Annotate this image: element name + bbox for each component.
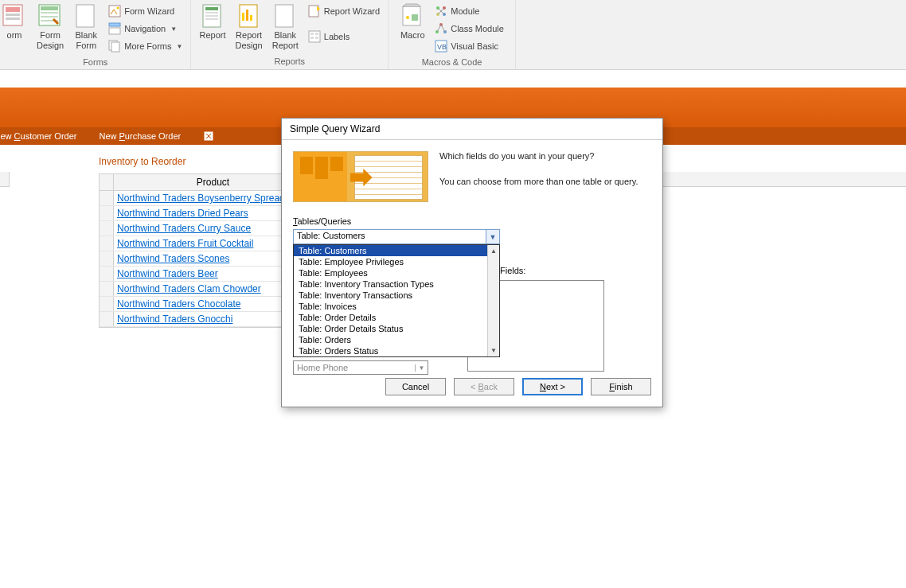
module-button[interactable]: Module xyxy=(435,5,504,18)
form-wizard-label: Form Wizard xyxy=(124,6,174,16)
product-link[interactable]: Northwind Traders Dried Pears xyxy=(117,208,248,219)
blank-report-button[interactable]: Blank Report xyxy=(268,2,303,53)
svg-rect-30 xyxy=(310,37,314,39)
chevron-down-icon[interactable]: ▼ xyxy=(486,230,499,243)
tables-queries-combo[interactable]: Table: Customers ▼ xyxy=(293,229,500,244)
row-selector[interactable] xyxy=(100,282,114,296)
cancel-button[interactable]: Cancel xyxy=(385,378,446,395)
wizard-illustration xyxy=(293,151,428,202)
finish-button[interactable]: Finish xyxy=(591,378,651,395)
blank-form-button[interactable]: Blank Form xyxy=(68,2,103,53)
report-design-label: Report Design xyxy=(235,30,262,51)
svg-rect-2 xyxy=(6,14,20,16)
more-forms-button[interactable]: More Forms ▼ xyxy=(108,40,182,53)
product-link[interactable]: Northwind Traders Scones xyxy=(117,253,229,264)
form-button[interactable]: orm xyxy=(0,2,32,42)
row-selector[interactable] xyxy=(100,206,114,220)
form-wizard-button[interactable]: Form Wizard xyxy=(108,5,182,18)
dropdown-option[interactable]: Table: Customers xyxy=(294,245,499,256)
svg-line-45 xyxy=(441,25,445,32)
visual-basic-icon: VB xyxy=(435,40,447,53)
available-fields-combo-hidden[interactable]: Home Phone ▼ xyxy=(293,360,428,375)
product-link[interactable]: Northwind Traders Curry Sauce xyxy=(117,223,251,234)
chevron-down-icon: ▼ xyxy=(170,25,177,33)
more-forms-icon xyxy=(108,40,121,53)
dropdown-option[interactable]: Table: Order Details Status xyxy=(294,323,499,334)
module-label: Module xyxy=(451,6,479,16)
macro-button[interactable]: Macro xyxy=(395,2,430,42)
form-wizard-icon xyxy=(108,5,121,18)
svg-point-11 xyxy=(117,7,119,10)
dropdown-option[interactable]: Table: Employees xyxy=(294,267,499,278)
refresh-icon[interactable] xyxy=(203,130,214,142)
visual-basic-button[interactable]: VB Visual Basic xyxy=(435,40,504,53)
svg-rect-13 xyxy=(109,28,120,34)
next-button[interactable]: Next > xyxy=(522,378,583,395)
scroll-up-icon[interactable]: ▲ xyxy=(488,245,499,257)
svg-rect-15 xyxy=(111,42,119,52)
row-selector[interactable] xyxy=(100,297,114,311)
dropdown-option[interactable]: Table: Orders Status xyxy=(294,345,499,356)
navigation-label: Navigation xyxy=(124,24,166,33)
report-design-button[interactable]: Report Design xyxy=(230,2,267,53)
navigation-button[interactable]: Navigation ▼ xyxy=(108,22,182,35)
labels-button[interactable]: Labels xyxy=(308,30,380,43)
product-link[interactable]: Northwind Traders Gnocchi xyxy=(117,313,232,325)
dropdown-option[interactable]: Table: Inventory Transaction Types xyxy=(294,278,499,290)
tables-queries-dropdown[interactable]: Table: CustomersTable: Employee Privileg… xyxy=(293,244,500,357)
blank-report-label: Blank Report xyxy=(272,30,299,51)
svg-point-33 xyxy=(406,16,409,19)
form-icon xyxy=(2,3,27,29)
svg-rect-3 xyxy=(6,18,20,20)
labels-label: Labels xyxy=(324,32,350,41)
row-selector-header[interactable] xyxy=(100,174,114,190)
form-label: orm xyxy=(7,30,22,41)
row-selector[interactable] xyxy=(100,251,114,266)
class-module-button[interactable]: Class Module xyxy=(435,22,504,35)
product-link[interactable]: Northwind Traders Clam Chowder xyxy=(117,283,261,294)
report-wizard-button[interactable]: Report Wizard xyxy=(308,5,380,18)
row-selector[interactable] xyxy=(100,312,114,326)
svg-rect-23 xyxy=(246,10,248,21)
product-link[interactable]: Northwind Traders Chocolate xyxy=(117,298,240,310)
report-button[interactable]: Report xyxy=(194,2,230,42)
svg-rect-31 xyxy=(315,37,318,39)
scroll-down-icon[interactable]: ▼ xyxy=(488,345,499,356)
row-selector[interactable] xyxy=(100,267,114,281)
form-design-label: Form Design xyxy=(37,30,64,51)
wizard-prompt-1: Which fields do you want in your query? xyxy=(439,151,651,161)
reports-group-label: Reports xyxy=(194,55,385,69)
wizard-prompt-2: You can choose from more than one table … xyxy=(439,177,651,186)
more-forms-label: More Forms xyxy=(124,41,171,51)
product-link[interactable]: Northwind Traders Fruit Cocktail xyxy=(117,238,253,249)
dropdown-option[interactable]: Table: Orders xyxy=(294,334,499,345)
scrollbar[interactable]: ▲ ▼ xyxy=(487,245,499,356)
navigation-icon xyxy=(108,22,121,35)
blank-report-icon xyxy=(272,3,298,29)
svg-rect-25 xyxy=(275,5,293,27)
product-link[interactable]: Northwind Traders Boysenberry Spread xyxy=(117,193,285,204)
svg-rect-22 xyxy=(242,13,244,21)
row-selector[interactable] xyxy=(100,191,114,205)
row-selector[interactable] xyxy=(100,236,114,251)
chevron-down-icon[interactable]: ▼ xyxy=(415,364,428,372)
combo-value: Table: Customers xyxy=(294,230,486,243)
selected-fields-label: Fields: xyxy=(500,266,525,275)
report-label: Report xyxy=(199,30,225,41)
dropdown-option[interactable]: Table: Inventory Transactions xyxy=(294,290,499,301)
labels-icon xyxy=(308,30,321,43)
new-customer-order-link[interactable]: lew Customer Order xyxy=(0,131,76,141)
dropdown-option[interactable]: Table: Employee Privileges xyxy=(294,256,499,267)
svg-line-44 xyxy=(437,25,441,32)
product-link[interactable]: Northwind Traders Beer xyxy=(117,268,218,279)
macro-icon xyxy=(400,3,425,29)
svg-rect-34 xyxy=(412,14,418,21)
form-design-button[interactable]: Form Design xyxy=(32,2,68,53)
chevron-down-icon: ▼ xyxy=(177,43,183,50)
dialog-title: Simple Query Wizard xyxy=(282,119,662,140)
row-selector[interactable] xyxy=(100,221,114,236)
dropdown-option[interactable]: Table: Invoices xyxy=(294,301,499,312)
back-button: < Back xyxy=(454,378,514,395)
dropdown-option[interactable]: Table: Order Details xyxy=(294,312,499,323)
new-purchase-order-link[interactable]: New Purchase Order xyxy=(99,131,181,141)
